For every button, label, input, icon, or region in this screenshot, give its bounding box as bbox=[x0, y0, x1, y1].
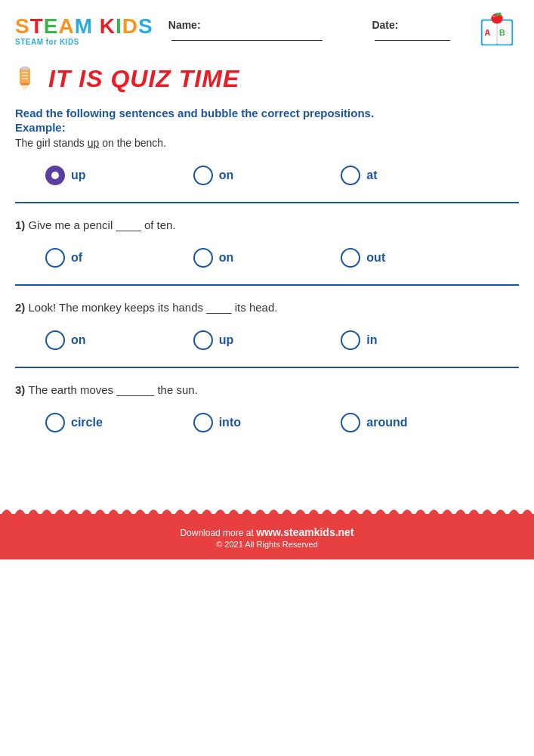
option-label-at: at bbox=[366, 169, 377, 182]
radio-circle-opt[interactable] bbox=[45, 413, 65, 432]
option-label-of: of bbox=[71, 251, 82, 265]
q2-options-row: on up in bbox=[0, 317, 534, 364]
svg-rect-11 bbox=[21, 67, 29, 70]
quiz-title: IT IS QUIZ TIME bbox=[48, 65, 239, 93]
question-1-num: 1) bbox=[15, 218, 29, 231]
instructions: Read the following sentences and bubble … bbox=[0, 102, 534, 152]
logo-letter-d: D bbox=[122, 14, 138, 38]
date-line bbox=[375, 40, 450, 41]
footer: Download more at www.steamkids.net © 202… bbox=[0, 514, 534, 559]
svg-marker-12 bbox=[20, 85, 30, 91]
header-fields: Name: Date: bbox=[168, 19, 475, 43]
radio-in[interactable] bbox=[341, 330, 360, 350]
header: STEAM KIDS STEAM for KIDS Name: Date: bbox=[0, 0, 534, 59]
divider-q2 bbox=[15, 367, 519, 368]
footer-copyright: © 2021 All Rights Reserved bbox=[0, 540, 534, 549]
option-label-into: into bbox=[219, 416, 241, 429]
radio-up[interactable] bbox=[45, 166, 65, 185]
q2-option-0[interactable]: on bbox=[45, 330, 193, 350]
svg-rect-13 bbox=[21, 83, 29, 85]
date-label: Date: bbox=[372, 19, 475, 43]
radio-on-q1[interactable] bbox=[193, 248, 213, 268]
svg-rect-10 bbox=[20, 68, 30, 85]
pencil-icon bbox=[15, 62, 44, 96]
option-label-on-ex: on bbox=[219, 169, 234, 182]
question-2: 2) Look! The monkey keeps its hands ____… bbox=[0, 289, 534, 317]
option-label-around: around bbox=[366, 416, 407, 429]
radio-into[interactable] bbox=[193, 413, 213, 432]
q2-option-2[interactable]: in bbox=[341, 330, 489, 350]
question-1: 1) Give me a pencil ____ of ten. bbox=[0, 206, 534, 234]
divider-example bbox=[15, 202, 519, 203]
svg-point-9 bbox=[492, 15, 495, 17]
option-label-out: out bbox=[366, 251, 385, 265]
logo-subtitle: STEAM for KIDS bbox=[15, 38, 79, 46]
question-3: 3) The earth moves ______ the sun. bbox=[0, 371, 534, 399]
instructions-main: Read the following sentences and bubble … bbox=[15, 107, 519, 119]
example-option-0[interactable]: up bbox=[45, 166, 193, 185]
svg-text:A: A bbox=[485, 28, 491, 37]
divider-q1 bbox=[15, 284, 519, 286]
example-sentence: The girl stands up on the bench. bbox=[15, 137, 519, 149]
radio-up-q2[interactable] bbox=[193, 330, 213, 350]
option-label-in: in bbox=[366, 333, 377, 347]
radio-on-q2[interactable] bbox=[45, 330, 65, 350]
logo-letter-i: I bbox=[116, 14, 122, 38]
q1-option-0[interactable]: of bbox=[45, 248, 193, 268]
question-2-num: 2) bbox=[15, 301, 29, 314]
radio-on-ex[interactable] bbox=[193, 166, 213, 185]
example-option-2[interactable]: at bbox=[341, 166, 489, 185]
logo-letter-a: A bbox=[58, 14, 74, 38]
q2-option-1[interactable]: up bbox=[193, 330, 341, 350]
instructions-example-label: Example: bbox=[15, 121, 519, 134]
q1-option-1[interactable]: on bbox=[193, 248, 341, 268]
question-3-num: 3) bbox=[15, 383, 29, 396]
footer-wave bbox=[0, 500, 534, 517]
q3-option-1[interactable]: into bbox=[193, 413, 341, 432]
option-label-on-q1: on bbox=[219, 251, 234, 265]
svg-text:B: B bbox=[499, 28, 505, 37]
book-icon: A B bbox=[475, 9, 519, 53]
quiz-title-row: IT IS QUIZ TIME bbox=[0, 59, 534, 102]
example-option-1[interactable]: on bbox=[193, 166, 341, 185]
radio-out[interactable] bbox=[341, 248, 360, 268]
q1-option-2[interactable]: out bbox=[341, 248, 489, 268]
q3-option-2[interactable]: around bbox=[341, 413, 489, 432]
logo-letter-s2: S bbox=[138, 14, 153, 38]
q3-option-0[interactable]: circle bbox=[45, 413, 193, 432]
question-3-text: The earth moves ______ the sun. bbox=[29, 383, 198, 396]
logo-letter-e: E bbox=[44, 14, 59, 38]
logo-letter-m: M bbox=[75, 14, 93, 38]
footer-download-text: Download more at www.steamkids.net bbox=[0, 526, 534, 538]
logo-letter-k: K bbox=[100, 14, 116, 38]
radio-at[interactable] bbox=[341, 166, 360, 185]
q3-options-row: circle into around bbox=[0, 399, 534, 446]
name-label: Name: bbox=[168, 19, 350, 43]
q1-options-row: of on out bbox=[0, 234, 534, 281]
question-1-text: Give me a pencil ____ of ten. bbox=[29, 218, 176, 231]
radio-around[interactable] bbox=[341, 413, 360, 432]
option-label-up: up bbox=[71, 169, 86, 182]
option-label-circle: circle bbox=[71, 416, 103, 429]
logo: STEAM KIDS STEAM for KIDS bbox=[15, 16, 153, 46]
logo-letter-s: S bbox=[15, 14, 30, 38]
question-2-text: Look! The monkey keeps its hands ____ it… bbox=[29, 301, 278, 314]
logo-text: STEAM KIDS bbox=[15, 16, 153, 37]
name-line bbox=[171, 40, 323, 41]
option-label-up-q2: up bbox=[219, 333, 234, 347]
radio-of[interactable] bbox=[45, 248, 65, 268]
example-options-row: up on at bbox=[0, 152, 534, 199]
option-label-on-q2: on bbox=[71, 333, 86, 347]
logo-letter-t: T bbox=[30, 14, 44, 38]
